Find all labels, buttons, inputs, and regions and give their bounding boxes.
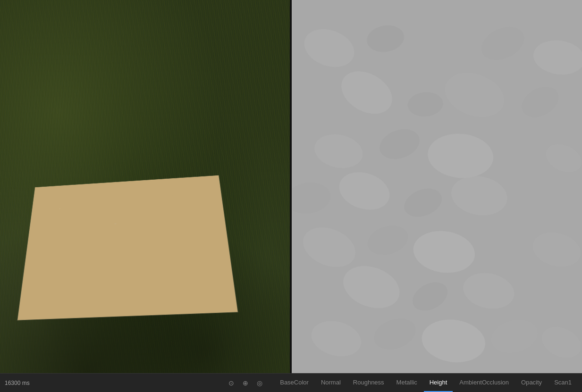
svg-point-14 (139, 200, 156, 212)
svg-point-17 (45, 222, 67, 234)
height-map-svg (292, 0, 582, 373)
tab-roughness[interactable]: Roughness (347, 374, 390, 392)
svg-point-4 (93, 185, 113, 195)
bottom-toolbar: 16300 ms ⊙ ⊕ ◎ BaseColor Normal Roughnes… (0, 373, 582, 392)
sphere-icon[interactable]: ◎ (254, 378, 265, 388)
pebbles-svg (17, 175, 237, 320)
svg-point-40 (175, 269, 198, 284)
svg-point-30 (170, 242, 189, 253)
height-map-display (292, 0, 582, 373)
timestamp-label: 16300 ms (5, 380, 30, 386)
material-plane (17, 175, 238, 320)
svg-point-29 (125, 244, 151, 259)
svg-point-7 (43, 196, 65, 209)
svg-point-2 (39, 186, 59, 197)
svg-point-23 (67, 232, 92, 243)
svg-point-20 (165, 213, 186, 226)
svg-point-34 (111, 259, 135, 276)
app-container: 16300 ms ⊙ ⊕ ◎ BaseColor Normal Roughnes… (0, 0, 582, 392)
svg-point-13 (101, 206, 121, 219)
tab-height[interactable]: Height (424, 374, 453, 392)
svg-point-31 (208, 242, 232, 256)
svg-point-18 (86, 218, 103, 228)
svg-point-32 (29, 262, 53, 278)
svg-point-27 (43, 248, 71, 262)
svg-point-8 (81, 192, 98, 205)
svg-point-37 (46, 277, 71, 292)
svg-point-26 (191, 229, 210, 241)
material-surface (17, 175, 237, 320)
svg-point-22 (30, 234, 51, 250)
right-panel-heightmap[interactable] (292, 0, 582, 373)
svg-point-33 (67, 259, 96, 273)
texture-tabs: BaseColor Normal Roughness Metallic Heig… (274, 374, 577, 392)
svg-point-46 (204, 288, 228, 303)
tab-metallic[interactable]: Metallic (391, 374, 423, 392)
svg-point-10 (173, 186, 194, 200)
left-viewport[interactable] (0, 0, 290, 373)
svg-point-5 (146, 178, 164, 190)
svg-rect-1 (17, 175, 237, 320)
svg-point-25 (146, 225, 172, 243)
svg-point-38 (93, 275, 109, 285)
svg-point-19 (119, 216, 147, 233)
svg-point-21 (201, 215, 223, 226)
svg-point-12 (64, 205, 86, 219)
svg-point-11 (31, 212, 48, 220)
globe-icon[interactable]: ⊕ (240, 378, 251, 388)
svg-point-15 (181, 199, 205, 212)
svg-point-39 (127, 271, 160, 293)
svg-point-47 (48, 307, 74, 320)
svg-point-28 (87, 243, 109, 259)
svg-point-35 (151, 253, 179, 273)
svg-point-9 (116, 193, 138, 205)
svg-point-44 (117, 291, 138, 307)
svg-point-42 (29, 292, 55, 309)
tab-basecolor[interactable]: BaseColor (274, 374, 314, 392)
tab-scan1[interactable]: Scan1 (548, 374, 577, 392)
svg-point-24 (110, 233, 128, 245)
svg-point-6 (189, 177, 208, 188)
svg-point-36 (198, 258, 218, 270)
svg-point-3 (64, 184, 78, 193)
tab-normal[interactable]: Normal (315, 374, 346, 392)
viewport-row (0, 0, 582, 373)
svg-point-45 (155, 284, 186, 304)
rotate-icon[interactable]: ⊙ (226, 378, 236, 388)
tab-opacity[interactable]: Opacity (515, 374, 548, 392)
toolbar-icons: ⊙ ⊕ ◎ (226, 378, 265, 388)
tab-ambientocclusion[interactable]: AmbientOcclusion (454, 374, 515, 392)
svg-rect-0 (17, 175, 237, 320)
svg-point-43 (73, 289, 97, 303)
